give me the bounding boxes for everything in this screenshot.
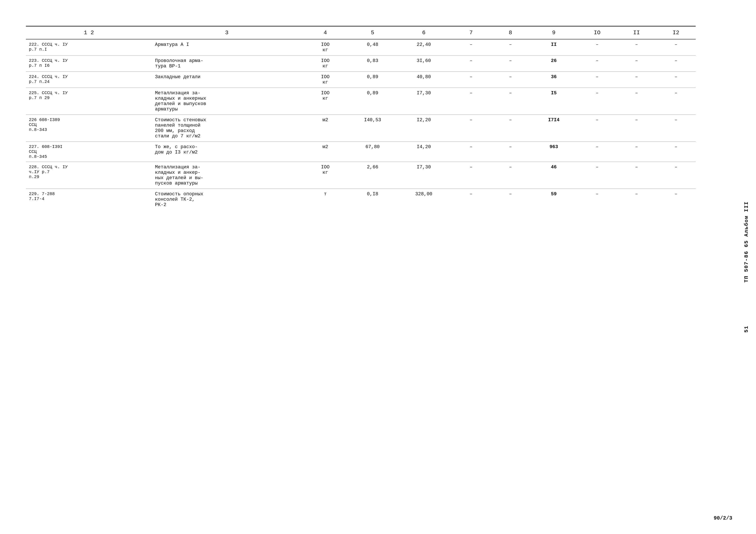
- table-row: 228. СССЦ ч. IУ ч.IУ р.7 п.29Металлизаци…: [26, 162, 696, 189]
- table-cell: м2: [302, 142, 349, 162]
- table-cell: 225. СССЦ ч. IУ р.7 п 29: [26, 88, 105, 115]
- page-number: 90/2/3: [714, 515, 732, 521]
- table-cell: 59: [530, 189, 577, 210]
- table-cell: –: [617, 189, 656, 210]
- table-cell: Стоимость опорных консолей ТК-2, РК-2: [152, 189, 302, 210]
- table-cell: –: [451, 39, 491, 56]
- table-cell: –: [451, 142, 491, 162]
- header-col-8: 8: [491, 26, 530, 39]
- table-cell: –: [617, 56, 656, 72]
- header-col-6: 6: [396, 26, 451, 39]
- table-cell: 67,80: [349, 142, 396, 162]
- table-cell: –: [491, 39, 530, 56]
- table-cell: –: [617, 142, 656, 162]
- table-cell: 26: [530, 56, 577, 72]
- table-header-row: 1 2 3 4 5 6 7 8 9 IO II I2: [26, 26, 696, 39]
- table-cell: –: [656, 162, 696, 189]
- table-cell: 0,89: [349, 88, 396, 115]
- table-row: 229. 7-288 7.I7-4Стоимость опорных консо…: [26, 189, 696, 210]
- table-cell: –: [617, 72, 656, 88]
- table-cell: –: [491, 189, 530, 210]
- table-row: 226 608-I389 ССЦ п.8-343Стоимость стенов…: [26, 115, 696, 142]
- table-cell: 40,80: [396, 72, 451, 88]
- header-col-7: 7: [451, 26, 491, 39]
- table-cell: IOO кг: [302, 56, 349, 72]
- table-cell: [105, 39, 152, 56]
- table-cell: [105, 115, 152, 142]
- table-cell: –: [577, 39, 617, 56]
- table-cell: IOO кг: [302, 88, 349, 115]
- table-cell: 0,89: [349, 72, 396, 88]
- table-cell: –: [656, 72, 696, 88]
- table-cell: I5: [530, 88, 577, 115]
- table-cell: [105, 88, 152, 115]
- table-cell: –: [577, 115, 617, 142]
- table-cell: 223. СССЦ ч. IУ р.7 п I6: [26, 56, 105, 72]
- table-cell: 226 608-I389 ССЦ п.8-343: [26, 115, 105, 142]
- table-cell: 228. СССЦ ч. IУ ч.IУ р.7 п.29: [26, 162, 105, 189]
- table-cell: То же, с расхо- дом до I3 кг/м2: [152, 142, 302, 162]
- table-cell: 222. СССЦ ч. IУ р.7 п.I: [26, 39, 105, 56]
- table-cell: –: [577, 56, 617, 72]
- header-col-12: I2: [656, 26, 696, 39]
- table-cell: Металлизация за- кладных и анкер- ных де…: [152, 162, 302, 189]
- table-cell: –: [656, 189, 696, 210]
- table-cell: –: [451, 189, 491, 210]
- table-row: 224. СССЦ ч. IУ р.7 п.24Закладные детали…: [26, 72, 696, 88]
- table-cell: –: [577, 189, 617, 210]
- side-label-top: ТП 507-86 65 Альбом III: [743, 201, 749, 283]
- table-cell: –: [451, 162, 491, 189]
- header-col-10: IO: [577, 26, 617, 39]
- table-cell: –: [491, 142, 530, 162]
- table-cell: Металлизация за- кладных и анкерных дета…: [152, 88, 302, 115]
- table-cell: [105, 56, 152, 72]
- table-cell: 0,83: [349, 56, 396, 72]
- table-cell: II: [530, 39, 577, 56]
- side-label-bottom: 51: [743, 326, 749, 333]
- table-cell: Проволочная арма- тура ВР-1: [152, 56, 302, 72]
- table-cell: I7,30: [396, 162, 451, 189]
- table-cell: –: [617, 115, 656, 142]
- table-cell: –: [656, 88, 696, 115]
- table-cell: IOO кг: [302, 72, 349, 88]
- table-cell: I4,20: [396, 142, 451, 162]
- table-cell: 224. СССЦ ч. IУ р.7 п.24: [26, 72, 105, 88]
- table-cell: м2: [302, 115, 349, 142]
- table-cell: –: [451, 88, 491, 115]
- table-cell: –: [451, 72, 491, 88]
- table-row: 222. СССЦ ч. IУ р.7 п.IАрматура А IIOO к…: [26, 39, 696, 56]
- table-row: 227. 608-I39I ССЦ п.8-345То же, с расхо-…: [26, 142, 696, 162]
- table-cell: 0,48: [349, 39, 396, 56]
- table-cell: –: [617, 39, 656, 56]
- page-container: ТП 507-86 65 Альбом III 51 1 2 3 4 5 6 7…: [0, 0, 756, 534]
- header-col-5: 5: [349, 26, 396, 39]
- table-cell: 227. 608-I39I ССЦ п.8-345: [26, 142, 105, 162]
- table-cell: 0,I8: [349, 189, 396, 210]
- table-row: 223. СССЦ ч. IУ р.7 п I6Проволочная арма…: [26, 56, 696, 72]
- table-cell: 3I,60: [396, 56, 451, 72]
- table-cell: [105, 142, 152, 162]
- table-cell: I2,20: [396, 115, 451, 142]
- table-cell: –: [617, 162, 656, 189]
- table-cell: –: [451, 115, 491, 142]
- table-cell: 46: [530, 162, 577, 189]
- table-cell: IOO кг: [302, 162, 349, 189]
- table-cell: –: [656, 56, 696, 72]
- table-cell: Арматура А I: [152, 39, 302, 56]
- table-cell: [105, 72, 152, 88]
- header-col-1: 1 2: [26, 26, 152, 39]
- table-cell: 963: [530, 142, 577, 162]
- table-cell: Стоимость стеновых панелей толщиной 200 …: [152, 115, 302, 142]
- table-body: 222. СССЦ ч. IУ р.7 п.IАрматура А IIOO к…: [26, 39, 696, 210]
- table-cell: –: [491, 56, 530, 72]
- table-cell: –: [491, 72, 530, 88]
- table-cell: 36: [530, 72, 577, 88]
- table-cell: –: [451, 56, 491, 72]
- table-cell: –: [656, 142, 696, 162]
- table-cell: 22,40: [396, 39, 451, 56]
- table-cell: I7,30: [396, 88, 451, 115]
- table-cell: –: [577, 72, 617, 88]
- table-row: 225. СССЦ ч. IУ р.7 п 29Металлизация за-…: [26, 88, 696, 115]
- header-col-9: 9: [530, 26, 577, 39]
- main-table: 1 2 3 4 5 6 7 8 9 IO II I2 222. СССЦ ч. …: [26, 26, 696, 210]
